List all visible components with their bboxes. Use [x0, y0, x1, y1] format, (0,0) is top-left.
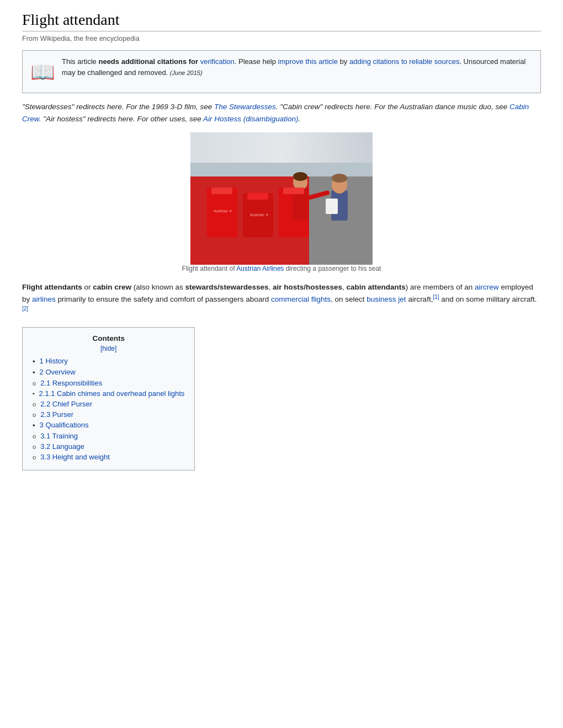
toc-link-overview[interactable]: 2 Overview	[40, 368, 76, 376]
toc-hide: [hide]	[33, 345, 184, 352]
page-title: Flight attendant	[22, 11, 541, 31]
toc-item-responsibilities: 2.1 Responsibilities	[33, 379, 184, 387]
hatnote-line2-end: .	[299, 115, 301, 123]
hatnote-line1-prefix: "Stewardesses" redirects here. For the 1…	[22, 103, 214, 111]
notice-text-middle: . Please help	[235, 57, 278, 66]
bold-air-hosts: air hosts/hostesses	[273, 283, 342, 291]
toc-link-cabin-chimes[interactable]: 2.1.1 Cabin chimes and overhead panel li…	[39, 389, 185, 398]
wikipedia-source: From Wikipedia, the free encyclopedia	[22, 35, 541, 42]
main-image: Austrian ✈ Austrian ✈	[190, 132, 373, 265]
toc-link-responsibilities[interactable]: 2.1 Responsibilities	[40, 379, 102, 387]
svg-rect-15	[326, 199, 338, 214]
svg-rect-3	[190, 132, 373, 163]
hatnote-stewardesses-link[interactable]: The Stewardesses	[214, 103, 276, 111]
text-comma2: ,	[342, 283, 347, 291]
notice-box: 📖 This article needs additional citation…	[22, 50, 541, 93]
sup-2: [2]	[22, 306, 28, 312]
text-comma1: ,	[268, 283, 273, 291]
hatnote-air-hostess-link[interactable]: Air Hostess (disambiguation)	[203, 115, 299, 123]
bold-stewards: stewards/stewardesses	[185, 283, 269, 291]
toc-item-cabin-chimes: 2.1.1 Cabin chimes and overhead panel li…	[33, 389, 184, 398]
link-airlines[interactable]: airlines	[32, 295, 56, 303]
notice-bold1: needs additional citations for	[98, 57, 200, 66]
ref1-link[interactable]: [1]	[433, 293, 439, 299]
main-image-container: Austrian ✈ Austrian ✈ Flight attendant o…	[22, 132, 541, 272]
text-or: or	[82, 283, 93, 291]
toc-link-purser[interactable]: 2.3 Purser	[40, 410, 73, 419]
notice-text-by: by	[338, 57, 349, 66]
text-primarily: primarily to ensure the safety and comfo…	[56, 295, 271, 303]
article-body: Flight attendants or cabin crew (also kn…	[22, 281, 541, 317]
notice-link-improve[interactable]: improve this article	[278, 57, 338, 66]
text-also-known: (also known as	[131, 283, 185, 291]
caption-prefix: Flight attendant of	[182, 265, 237, 272]
link-commercial-flights[interactable]: commercial flights	[271, 295, 331, 303]
toc-link-training[interactable]: 3.1 Training	[40, 432, 78, 440]
main-image-visual: Austrian ✈ Austrian ✈	[190, 132, 373, 265]
toc-list: 1 History 2 Overview 2.1 Responsibilitie…	[33, 357, 184, 461]
notice-link-citations[interactable]: adding citations to reliable sources	[349, 57, 459, 66]
notice-date: (June 2015)	[170, 69, 203, 76]
toc-link-chief-purser[interactable]: 2.2 Chief Purser	[40, 400, 92, 408]
bold-flight-attendants: Flight attendants	[22, 283, 82, 291]
toc-link-language[interactable]: 3.2 Language	[40, 442, 84, 451]
toc-link-height-weight[interactable]: 3.3 Height and weight	[40, 453, 110, 461]
link-business-jet[interactable]: business jet	[367, 295, 406, 303]
toc-item-purser: 2.3 Purser	[33, 410, 184, 419]
toc-link-qualifications[interactable]: 3 Qualifications	[40, 421, 89, 429]
toc-hide-link[interactable]: [hide]	[100, 345, 116, 352]
svg-point-10	[293, 172, 307, 181]
toc-box: Contents [hide] 1 History 2 Overview 2.1…	[22, 327, 195, 470]
svg-rect-17	[247, 193, 268, 200]
toc-item-language: 3.2 Language	[33, 442, 184, 451]
toc-item-chief-purser: 2.2 Chief Purser	[33, 400, 184, 408]
text-aircraft: aircraft,	[406, 295, 433, 303]
toc-item-height-weight: 3.3 Height and weight	[33, 453, 184, 461]
svg-text:Austrian ✈: Austrian ✈	[214, 209, 232, 213]
notice-icon: 📖	[30, 57, 55, 87]
notice-text-before: This article	[62, 57, 98, 66]
ref2-link[interactable]: [2]	[22, 306, 28, 312]
svg-point-14	[332, 174, 347, 183]
caption-suffix: directing a passenger to his seat	[284, 265, 381, 272]
toc-item-history: 1 History	[33, 357, 184, 366]
notice-link-verification[interactable]: verification	[200, 57, 235, 66]
toc-item-overview: 2 Overview	[33, 368, 184, 377]
toc-title: Contents	[33, 334, 184, 342]
hatnote-line2-suffix: . "Air hostess" redirects here. For othe…	[39, 115, 203, 123]
toc-item-qualifications: 3 Qualifications	[33, 421, 184, 430]
text-on-select: , on select	[331, 295, 367, 303]
svg-rect-18	[283, 188, 304, 194]
toc-item-training: 3.1 Training	[33, 432, 184, 440]
image-caption: Flight attendant of Austrian Airlines di…	[22, 265, 541, 272]
notice-text: This article needs additional citations …	[62, 56, 533, 78]
text-members: ) are members of an	[406, 283, 475, 291]
caption-link[interactable]: Austrian Airlines	[236, 265, 284, 272]
svg-text:Austrian ✈: Austrian ✈	[250, 213, 269, 217]
bold-cabin-crew: cabin crew	[93, 283, 131, 291]
toc-link-history[interactable]: 1 History	[40, 357, 68, 365]
text-military: and on some military aircraft.	[439, 295, 537, 303]
hatnote-line1-suffix: . "Cabin crew" redirects here. For the A…	[276, 103, 509, 111]
hatnote: "Stewardesses" redirects here. For the 1…	[22, 101, 541, 125]
svg-rect-16	[211, 188, 232, 194]
bold-cabin-attendants: cabin attendants	[347, 283, 406, 291]
sup-1: [1]	[433, 293, 439, 299]
link-aircrew[interactable]: aircrew	[475, 283, 499, 291]
